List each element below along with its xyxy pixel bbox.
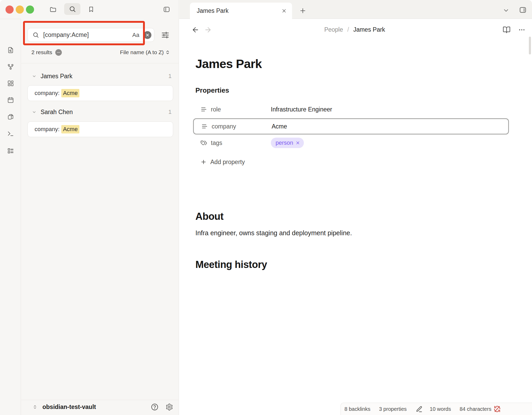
copy-files-icon [7,113,14,120]
property-key[interactable]: tags [211,139,271,147]
match-prefix: company: [35,126,59,133]
property-row-company[interactable]: company Acme [193,118,509,134]
results-count: 2 results [31,49,52,55]
properties-count[interactable]: 3 properties [379,406,407,412]
ribbon-cards-button[interactable] [4,77,17,89]
search-settings-button[interactable] [160,30,170,40]
remove-tag-icon[interactable] [295,141,300,145]
property-value[interactable]: Acme [272,123,287,130]
chevron-down-icon [32,74,36,78]
property-value[interactable]: Infrastructure Engineer [271,106,332,113]
character-count[interactable]: 84 characters [460,406,491,412]
search-toolbar-button[interactable] [64,3,80,15]
obsidian-window: [company:Acme] Aa 2 results File name (A… [0,0,532,415]
chevrons-up-down-icon [32,404,38,410]
ribbon-terminal-button[interactable] [4,127,17,140]
toggle-left-sidebar-button[interactable] [161,4,172,15]
more-options-button[interactable] [518,26,526,34]
vault-switcher[interactable]: obsidian-test-vault [28,400,173,413]
ribbon-search-notes-button[interactable] [4,44,17,56]
breadcrumb-current[interactable]: James Park [353,26,385,33]
navigate-back-button[interactable] [191,26,200,34]
match-highlight: Acme [61,89,79,97]
sync-error-icon[interactable] [493,405,501,413]
match-prefix: company: [35,90,59,97]
breadcrumb-separator: / [347,26,349,33]
window-close-button[interactable] [6,5,14,14]
ribbon-graph-button[interactable] [4,60,17,73]
toggle-right-sidebar-button[interactable] [518,5,528,15]
match-highlight: Acme [61,125,79,133]
tab-list-dropdown-button[interactable] [502,7,510,14]
result-group-title: James Park [41,73,168,80]
sliders-icon [161,31,169,39]
scrollbar-thumb[interactable] [529,37,531,54]
editor-pane: James Park People / James Park James Par… [179,0,532,415]
help-button[interactable] [151,403,159,411]
ribbon-files-button[interactable] [4,110,17,123]
dashboard-icon [7,80,14,87]
result-group-sarah-chen[interactable]: Sarah Chen 1 [28,107,173,117]
property-key[interactable]: company [212,123,272,130]
result-group-count: 1 [168,109,172,115]
terminal-icon [7,130,14,137]
window-minimize-button[interactable] [16,5,24,14]
result-group-james-park[interactable]: James Park 1 [28,71,173,81]
word-count[interactable]: 10 words [430,406,451,412]
tab-title: James Park [197,7,281,14]
search-input[interactable]: [company:Acme] Aa [28,28,154,42]
list-boxes-icon [7,147,14,154]
results-divider [21,63,179,63]
sort-order-label: File name (A to Z) [120,49,164,55]
about-heading: About [195,211,223,222]
property-key[interactable]: role [211,106,271,113]
backlinks-count[interactable]: 8 backlinks [344,406,370,412]
search-match-item[interactable]: company: Acme [28,121,173,137]
about-text: Infra engineer, owns staging and deploym… [195,229,352,237]
tab-close-button[interactable] [281,8,287,14]
ribbon-calendar-button[interactable] [4,94,17,106]
settings-button[interactable] [166,403,173,411]
meeting-history-heading: Meeting history [195,259,267,270]
ribbon-list-button[interactable] [4,144,17,157]
property-row-tags[interactable]: tags person [193,135,509,151]
edit-mode-icon[interactable] [415,406,423,413]
new-tab-button[interactable] [299,7,307,15]
status-bar: 8 backlinks 3 properties 10 words 84 cha… [341,403,532,415]
graph-icon [7,63,14,70]
chevrons-up-down-icon [165,50,170,55]
reading-view-button[interactable] [502,26,511,34]
chevron-down-icon [32,110,36,114]
search-query-text[interactable]: [company:Acme] [43,31,132,38]
tag-pill-person[interactable]: person [271,138,304,148]
note-title: James Park [195,57,262,71]
plus-icon [200,159,207,165]
property-row-role[interactable]: role Infrastructure Engineer [193,101,509,117]
calendar-icon [7,97,14,104]
bookmark-icon [88,6,95,13]
navigate-forward-button[interactable] [204,26,212,34]
tag-label: person [276,139,293,146]
breadcrumb: People / James Park [224,26,486,33]
clear-search-button[interactable] [144,31,151,39]
text-property-icon [201,123,208,130]
match-case-toggle[interactable]: Aa [132,32,139,38]
tab-james-park[interactable]: James Park [190,3,292,19]
results-more-icon[interactable] [55,49,62,56]
tab-bar: James Park [179,0,532,19]
open-folder-button[interactable] [47,4,59,15]
search-results-header: 2 results File name (A to Z) [31,48,170,57]
result-group-title: Sarah Chen [41,109,168,116]
sort-order-dropdown[interactable]: File name (A to Z) [120,49,170,55]
search-match-item[interactable]: company: Acme [28,85,173,101]
breadcrumb-parent[interactable]: People [324,26,343,33]
search-field-icon [32,32,39,38]
panel-left-icon [163,6,170,13]
text-property-icon [200,106,207,113]
window-zoom-button[interactable] [26,5,34,14]
add-property-button[interactable]: Add property [193,154,245,170]
ribbon [0,19,21,415]
search-icon [69,5,76,13]
vault-name: obsidian-test-vault [42,403,144,411]
bookmarks-button[interactable] [85,4,97,15]
